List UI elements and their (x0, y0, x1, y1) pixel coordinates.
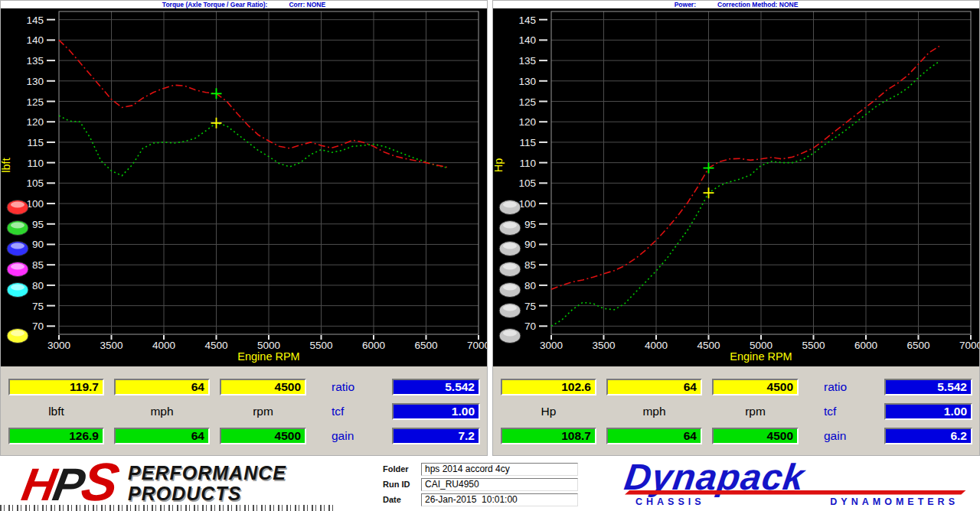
y-tick-label: 95 (524, 219, 536, 230)
x-axis-label: Engine RPM (730, 350, 792, 363)
dynapack-tag-chassis: CHASSIS (635, 496, 705, 507)
y-tick-label: 90 (524, 239, 536, 250)
date-label: Date (383, 495, 416, 504)
cai-run-torque-curve (59, 40, 447, 167)
torque-mph-label: mph (114, 405, 210, 418)
dynapack-logo: Dynapack CHASSIS DYNAMOMETERS (603, 461, 980, 507)
y-tick-label: 85 (524, 259, 536, 271)
x-tick-label: 7000 (959, 340, 979, 351)
cai-run-power-curve (551, 46, 939, 289)
cursor-crosshair-marker[interactable] (211, 88, 222, 99)
y-tick-label: 120 (518, 116, 536, 128)
run-select-gray-button[interactable] (499, 304, 521, 318)
run-info-form: Folder hps 2014 accord 4cy Run ID CAI_RU… (383, 461, 603, 506)
power-green-rpm: 4500 (712, 428, 799, 444)
run-select-gray-button[interactable] (499, 283, 521, 298)
y-tick-label: 100 (518, 198, 536, 210)
hps-logo: HPS PERFORMANCE PRODUCTS (0, 460, 383, 507)
x-tick-label: 4000 (645, 340, 668, 351)
power-tcf-value: 1.00 (884, 403, 972, 420)
torque-title: Torque (Axle Torque / Gear Ratio): (162, 1, 268, 8)
power-green-value: 108.7 (501, 428, 596, 444)
y-tick-label: 120 (26, 116, 44, 128)
power-title: Power: (675, 1, 696, 8)
baseline-run-torque-curve (59, 116, 447, 176)
cursor-crosshair-marker[interactable] (211, 118, 222, 129)
folder-label: Folder (383, 464, 416, 474)
torque-green-rpm: 4500 (220, 428, 306, 444)
cropped-statusbar-fragment (0, 505, 335, 511)
torque-ratio-label: ratio (316, 380, 382, 394)
x-tick-label: 3000 (540, 340, 563, 351)
date-field[interactable]: 26-Jan-2015 10:01:00 (421, 493, 578, 506)
torque-panel: Torque (Axle Torque / Gear Ratio): Corr:… (0, 0, 488, 456)
run-select-gray-button[interactable] (499, 200, 521, 215)
y-tick-label: 75 (524, 301, 536, 312)
runid-field[interactable]: CAI_RU4950 (421, 478, 578, 491)
torque-chart[interactable]: 7075808590951001051101151201251301351401… (1, 8, 487, 366)
y-tick-label: 105 (518, 177, 536, 189)
torque-green-value: 126.9 (8, 428, 104, 444)
y-tick-label: 100 (26, 198, 44, 210)
x-tick-label: 6500 (906, 340, 929, 351)
y-tick-label: 70 (32, 321, 44, 332)
torque-gain-value: 7.2 (392, 428, 480, 444)
run-select-yellow-button[interactable] (7, 329, 28, 343)
torque-gain-label: gain (316, 429, 382, 443)
run-select-gray-button[interactable] (499, 262, 521, 277)
x-tick-label: 3500 (592, 340, 615, 351)
power-chart[interactable]: 7075808590951001051101151201251301351401… (493, 8, 979, 366)
y-tick-label: 140 (26, 34, 44, 46)
torque-ratio-value: 5.542 (392, 379, 480, 395)
run-select-blue-button[interactable] (7, 242, 28, 256)
x-tick-label: 6500 (414, 340, 437, 351)
x-tick-label: 5000 (257, 340, 280, 351)
dynapack-tag-dynamometers: DYNAMOMETERS (830, 496, 959, 507)
dynapack-red-swoosh (625, 490, 966, 495)
torque-yellow-value: 119.7 (8, 379, 104, 395)
runid-label: Run ID (383, 480, 416, 489)
y-tick-label: 70 (524, 321, 536, 332)
y-axis-label: lbft (1, 158, 12, 172)
power-ratio-value: 5.542 (884, 379, 972, 395)
hps-letters: HPS (19, 460, 120, 507)
y-tick-label: 95 (32, 219, 44, 230)
run-select-green-button[interactable] (7, 221, 28, 236)
torque-readout-panel: 119.7 64 4500 ratio 5.542 lbft mph rpm t… (1, 366, 487, 455)
power-tcf-label: tcf (808, 405, 874, 418)
dynapack-wordmark: Dynapack (622, 461, 807, 494)
run-select-magenta-button[interactable] (7, 262, 28, 277)
run-select-red-button[interactable] (7, 200, 28, 215)
torque-unit-label: lbft (8, 405, 104, 418)
x-tick-label: 4500 (204, 340, 227, 351)
hps-word-products: PRODUCTS (128, 484, 286, 503)
power-yellow-rpm: 4500 (712, 379, 799, 395)
torque-tcf-value: 1.00 (392, 403, 480, 420)
y-tick-label: 85 (32, 259, 44, 271)
y-tick-label: 80 (524, 280, 536, 291)
y-tick-label: 115 (27, 137, 44, 148)
y-tick-label: 110 (519, 158, 536, 169)
x-tick-label: 3500 (100, 340, 122, 351)
chart-panels: Torque (Axle Torque / Gear Ratio): Corr:… (0, 0, 980, 456)
run-select-gray-button[interactable] (499, 329, 521, 343)
y-tick-label: 130 (26, 76, 44, 87)
footer: HPS PERFORMANCE PRODUCTS Folder hps 2014… (0, 456, 980, 511)
run-select-cyan-button[interactable] (7, 283, 28, 298)
power-rpm-label: rpm (712, 405, 799, 418)
power-unit-label: Hp (501, 405, 596, 418)
torque-green-mph: 64 (114, 428, 210, 444)
y-tick-label: 75 (32, 301, 44, 312)
cursor-crosshair-marker[interactable] (704, 163, 714, 174)
run-select-gray-button[interactable] (499, 221, 521, 236)
cursor-crosshair-marker[interactable] (704, 187, 714, 198)
run-select-gray-button[interactable] (499, 242, 521, 256)
x-axis-label: Engine RPM (237, 350, 299, 363)
x-tick-label: 6000 (362, 340, 385, 351)
y-tick-label: 90 (32, 239, 44, 250)
y-tick-label: 130 (518, 76, 536, 87)
folder-field[interactable]: hps 2014 accord 4cy (421, 463, 578, 476)
x-tick-label: 3000 (47, 340, 70, 351)
torque-yellow-mph: 64 (114, 379, 210, 395)
y-axis-label: Hp (493, 158, 505, 173)
